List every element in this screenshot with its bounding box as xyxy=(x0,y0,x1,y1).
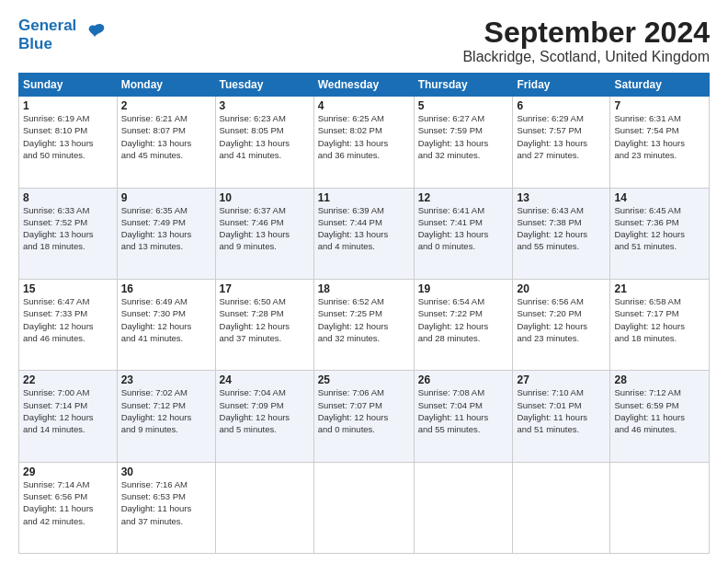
logo-line2: Blue xyxy=(18,35,76,53)
table-row: 27Sunrise: 7:10 AM Sunset: 7:01 PM Dayli… xyxy=(513,371,610,462)
day-info: Sunrise: 6:29 AM Sunset: 7:57 PM Dayligh… xyxy=(517,112,606,161)
logo-line1: General xyxy=(18,17,76,35)
table-row xyxy=(513,462,610,553)
month-year-title: September 2024 xyxy=(462,17,710,49)
day-number: 11 xyxy=(318,191,410,204)
table-row: 10Sunrise: 6:37 AM Sunset: 7:46 PM Dayli… xyxy=(215,188,313,279)
day-info: Sunrise: 7:06 AM Sunset: 7:07 PM Dayligh… xyxy=(318,386,410,435)
table-row: 19Sunrise: 6:54 AM Sunset: 7:22 PM Dayli… xyxy=(414,279,513,370)
day-number: 3 xyxy=(220,99,310,112)
day-number: 20 xyxy=(517,282,606,295)
day-info: Sunrise: 7:00 AM Sunset: 7:14 PM Dayligh… xyxy=(23,386,113,435)
day-info: Sunrise: 6:58 AM Sunset: 7:17 PM Dayligh… xyxy=(614,295,705,344)
day-number: 18 xyxy=(318,282,410,295)
day-number: 6 xyxy=(517,99,606,112)
table-row: 24Sunrise: 7:04 AM Sunset: 7:09 PM Dayli… xyxy=(215,371,313,462)
day-number: 19 xyxy=(418,282,509,295)
table-row xyxy=(313,462,414,553)
day-info: Sunrise: 7:12 AM Sunset: 6:59 PM Dayligh… xyxy=(614,386,705,435)
day-number: 5 xyxy=(418,99,509,112)
day-info: Sunrise: 6:19 AM Sunset: 8:10 PM Dayligh… xyxy=(23,112,113,161)
day-info: Sunrise: 6:41 AM Sunset: 7:41 PM Dayligh… xyxy=(418,204,509,253)
day-number: 7 xyxy=(614,99,705,112)
calendar-week-row: 8Sunrise: 6:33 AM Sunset: 7:52 PM Daylig… xyxy=(19,188,710,279)
table-row: 8Sunrise: 6:33 AM Sunset: 7:52 PM Daylig… xyxy=(19,188,118,279)
table-row: 22Sunrise: 7:00 AM Sunset: 7:14 PM Dayli… xyxy=(19,371,118,462)
table-row: 1Sunrise: 6:19 AM Sunset: 8:10 PM Daylig… xyxy=(19,97,118,188)
day-number: 27 xyxy=(517,373,606,386)
day-info: Sunrise: 6:23 AM Sunset: 8:05 PM Dayligh… xyxy=(220,112,310,161)
col-sunday: Sunday xyxy=(19,74,118,97)
table-row: 29Sunrise: 7:14 AM Sunset: 6:56 PM Dayli… xyxy=(19,462,118,553)
day-info: Sunrise: 7:10 AM Sunset: 7:01 PM Dayligh… xyxy=(517,386,606,435)
day-number: 29 xyxy=(23,465,113,478)
table-row: 28Sunrise: 7:12 AM Sunset: 6:59 PM Dayli… xyxy=(610,371,710,462)
day-number: 25 xyxy=(318,373,410,386)
table-row xyxy=(610,462,710,553)
day-number: 12 xyxy=(418,191,509,204)
day-info: Sunrise: 7:14 AM Sunset: 6:56 PM Dayligh… xyxy=(23,478,113,527)
table-row: 4Sunrise: 6:25 AM Sunset: 8:02 PM Daylig… xyxy=(313,97,414,188)
table-row: 9Sunrise: 6:35 AM Sunset: 7:49 PM Daylig… xyxy=(117,188,215,279)
day-info: Sunrise: 6:56 AM Sunset: 7:20 PM Dayligh… xyxy=(517,295,606,344)
day-info: Sunrise: 7:02 AM Sunset: 7:12 PM Dayligh… xyxy=(121,386,211,435)
col-thursday: Thursday xyxy=(414,74,513,97)
table-row: 11Sunrise: 6:39 AM Sunset: 7:44 PM Dayli… xyxy=(313,188,414,279)
day-info: Sunrise: 6:45 AM Sunset: 7:36 PM Dayligh… xyxy=(614,204,705,253)
table-row: 3Sunrise: 6:23 AM Sunset: 8:05 PM Daylig… xyxy=(215,97,313,188)
col-monday: Monday xyxy=(117,74,215,97)
day-number: 9 xyxy=(121,191,211,204)
day-info: Sunrise: 6:54 AM Sunset: 7:22 PM Dayligh… xyxy=(418,295,509,344)
table-row: 7Sunrise: 6:31 AM Sunset: 7:54 PM Daylig… xyxy=(610,97,710,188)
table-row xyxy=(414,462,513,553)
col-tuesday: Tuesday xyxy=(215,74,313,97)
calendar-week-row: 1Sunrise: 6:19 AM Sunset: 8:10 PM Daylig… xyxy=(19,97,710,188)
day-info: Sunrise: 6:37 AM Sunset: 7:46 PM Dayligh… xyxy=(220,204,310,253)
day-info: Sunrise: 7:04 AM Sunset: 7:09 PM Dayligh… xyxy=(220,386,310,435)
logo: General Blue xyxy=(18,17,108,52)
table-row: 6Sunrise: 6:29 AM Sunset: 7:57 PM Daylig… xyxy=(513,97,610,188)
title-section: September 2024 Blackridge, Scotland, Uni… xyxy=(462,17,710,65)
day-info: Sunrise: 6:39 AM Sunset: 7:44 PM Dayligh… xyxy=(318,204,410,253)
day-number: 2 xyxy=(121,99,211,112)
day-info: Sunrise: 6:50 AM Sunset: 7:28 PM Dayligh… xyxy=(220,295,310,344)
day-number: 24 xyxy=(220,373,310,386)
table-row: 25Sunrise: 7:06 AM Sunset: 7:07 PM Dayli… xyxy=(313,371,414,462)
table-row: 2Sunrise: 6:21 AM Sunset: 8:07 PM Daylig… xyxy=(117,97,215,188)
calendar-header-row: Sunday Monday Tuesday Wednesday Thursday… xyxy=(19,74,710,97)
table-row: 12Sunrise: 6:41 AM Sunset: 7:41 PM Dayli… xyxy=(414,188,513,279)
day-info: Sunrise: 6:49 AM Sunset: 7:30 PM Dayligh… xyxy=(121,295,211,344)
day-number: 17 xyxy=(220,282,310,295)
page: General Blue September 2024 Blackridge, … xyxy=(0,0,728,563)
header: General Blue September 2024 Blackridge, … xyxy=(18,17,710,65)
location-subtitle: Blackridge, Scotland, United Kingdom xyxy=(462,49,710,65)
calendar-week-row: 15Sunrise: 6:47 AM Sunset: 7:33 PM Dayli… xyxy=(19,279,710,370)
col-friday: Friday xyxy=(513,74,610,97)
day-number: 22 xyxy=(23,373,113,386)
table-row: 13Sunrise: 6:43 AM Sunset: 7:38 PM Dayli… xyxy=(513,188,610,279)
day-info: Sunrise: 6:21 AM Sunset: 8:07 PM Dayligh… xyxy=(121,112,211,161)
calendar-week-row: 29Sunrise: 7:14 AM Sunset: 6:56 PM Dayli… xyxy=(19,462,710,553)
col-saturday: Saturday xyxy=(610,74,710,97)
day-number: 4 xyxy=(318,99,410,112)
logo-general: General xyxy=(18,17,76,34)
day-info: Sunrise: 6:47 AM Sunset: 7:33 PM Dayligh… xyxy=(23,295,113,344)
day-number: 23 xyxy=(121,373,211,386)
day-info: Sunrise: 6:43 AM Sunset: 7:38 PM Dayligh… xyxy=(517,204,606,253)
day-number: 28 xyxy=(614,373,705,386)
table-row: 5Sunrise: 6:27 AM Sunset: 7:59 PM Daylig… xyxy=(414,97,513,188)
day-number: 8 xyxy=(23,191,113,204)
table-row: 30Sunrise: 7:16 AM Sunset: 6:53 PM Dayli… xyxy=(117,462,215,553)
day-number: 14 xyxy=(614,191,705,204)
day-number: 21 xyxy=(614,282,705,295)
table-row: 15Sunrise: 6:47 AM Sunset: 7:33 PM Dayli… xyxy=(19,279,118,370)
day-info: Sunrise: 6:25 AM Sunset: 8:02 PM Dayligh… xyxy=(318,112,410,161)
day-number: 13 xyxy=(517,191,606,204)
day-info: Sunrise: 6:52 AM Sunset: 7:25 PM Dayligh… xyxy=(318,295,410,344)
day-info: Sunrise: 7:08 AM Sunset: 7:04 PM Dayligh… xyxy=(418,386,509,435)
table-row: 21Sunrise: 6:58 AM Sunset: 7:17 PM Dayli… xyxy=(610,279,710,370)
table-row: 23Sunrise: 7:02 AM Sunset: 7:12 PM Dayli… xyxy=(117,371,215,462)
day-number: 26 xyxy=(418,373,509,386)
table-row: 17Sunrise: 6:50 AM Sunset: 7:28 PM Dayli… xyxy=(215,279,313,370)
logo-bird-icon xyxy=(82,18,108,48)
